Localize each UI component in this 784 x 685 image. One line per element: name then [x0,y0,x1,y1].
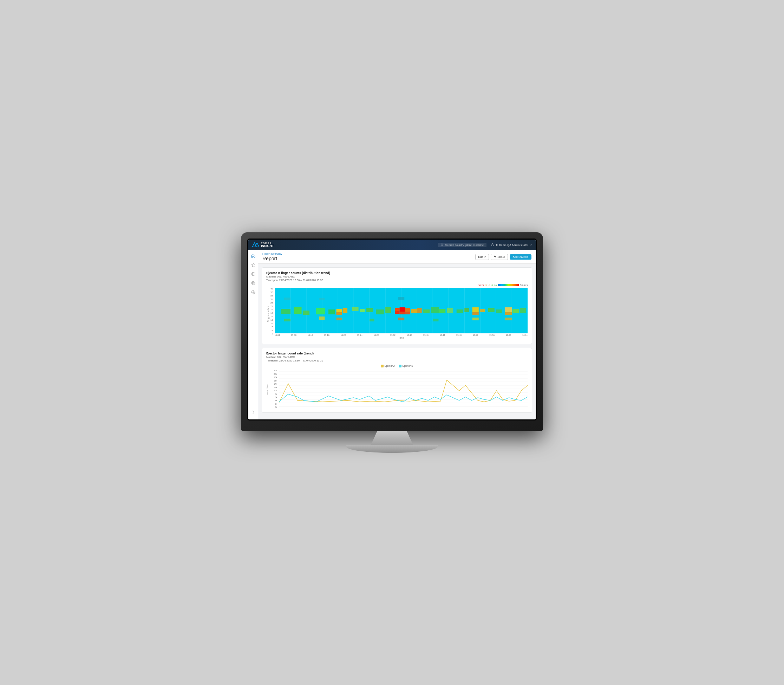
svg-point-4 [441,244,443,245]
app-body: Report Overview Report Edit [248,250,536,419]
line-chart-legend: Ejector A Ejector B [266,364,528,367]
monitor-stand-base [346,445,438,453]
chevron-down-icon [530,244,532,246]
svg-rect-40 [336,309,342,312]
charts-area[interactable]: Ejector B finger counts (distribution tr… [258,264,536,419]
svg-rect-55 [417,308,422,313]
svg-rect-38 [316,308,325,314]
line-chart-card: Ejector finger count rate (trend) Machin… [262,348,532,413]
svg-rect-72 [319,317,325,320]
svg-rect-77 [472,318,479,320]
svg-rect-39 [328,310,335,314]
search-placeholder: Search country, plant, machine [445,243,484,247]
svg-line-5 [443,245,444,246]
svg-rect-63 [472,312,479,315]
svg-rect-67 [505,307,512,312]
user-area: TI Demo QA Administrator [491,243,532,247]
svg-rect-41 [336,312,342,315]
chart1-x-label: Time [275,336,528,339]
tomra-logo-icon [252,242,260,248]
svg-rect-74 [370,319,375,321]
legend-ejector-b: Ejector B [403,364,413,367]
monitor-screen: TOMRA INSIGHT Search country, plant, mac… [248,240,536,419]
svg-rect-71 [284,319,291,321]
svg-rect-45 [366,308,373,312]
svg-rect-42 [342,308,347,313]
svg-rect-49 [395,311,400,314]
svg-rect-73 [336,318,342,320]
chart1-y-axis-label: Finger number [266,288,270,340]
svg-rect-61 [464,308,469,312]
svg-rect-44 [360,309,365,312]
share-button[interactable]: Share [491,254,508,260]
svg-marker-7 [252,263,255,267]
svg-rect-57 [431,307,439,313]
chart1-title: Ejector B finger counts (distribution tr… [266,271,528,275]
line-chart-svg [279,370,528,408]
svg-rect-81 [398,297,404,300]
svg-rect-52 [405,308,410,312]
sidebar-item-globe2[interactable] [250,280,256,286]
chart1-y-ticks: 40 37 34 31 28 25 22 19 [271,288,274,340]
sidebar-expand-icon[interactable] [251,410,255,415]
page-title: Report [262,256,475,261]
page-header: Report Overview Report Edit [258,250,536,264]
page-title-area: Report Overview Report [262,252,475,261]
heatmap-canvas [275,288,528,333]
svg-rect-18 [494,257,496,258]
search-bar[interactable]: Search country, plant, machine [438,243,487,247]
user-label: TI Demo QA Administrator [496,243,528,247]
svg-rect-59 [447,308,453,313]
chart2-subtitle: Machine 002, Plant ABC [266,355,528,359]
chart2-y-ticks: 22k 20k 18k 16k 14k 12k 10k 8k [271,370,278,408]
legend-ejector-b-dot [399,365,401,367]
chart2-timespan: Timespan: 21/04/2020 12:36 – 21/04/2020 … [266,359,528,362]
svg-rect-62 [472,307,479,312]
svg-rect-51 [399,312,405,314]
svg-rect-43 [352,307,358,311]
svg-rect-76 [433,319,438,321]
logo-insight: INSIGHT [261,245,274,248]
chart2-title: Ejector finger count rate (trend) [266,352,528,355]
svg-rect-54 [411,309,417,313]
legend-counts-label: Counts [520,284,528,286]
svg-rect-69 [513,309,519,313]
svg-rect-75 [398,318,404,320]
svg-rect-50 [399,307,405,312]
heatmap-chart-card: Ejector B finger counts (distribution tr… [262,267,532,344]
heatmap-legend-gradient [498,284,519,286]
sidebar-item-home[interactable] [250,253,256,258]
heatmap-main: 15:04 15:08 15:12 15:16 15:20 15:24 15:2… [275,288,528,340]
lock-icon [493,255,496,258]
top-nav: TOMRA INSIGHT Search country, plant, mac… [248,240,536,250]
legend-ejector-a-dot [381,365,383,367]
svg-rect-36 [294,307,302,314]
monitor: TOMRA INSIGHT Search country, plant, mac… [241,232,543,453]
chevron-down-icon [484,256,486,258]
svg-rect-78 [505,318,512,320]
heatmap-legend: 30 25 20 15 10 5.0 Counts [266,284,528,286]
svg-point-11 [252,281,255,285]
monitor-screen-border: TOMRA INSIGHT Search country, plant, mac… [247,239,537,420]
svg-rect-56 [423,310,430,313]
sidebar-item-globe3[interactable] [250,289,256,295]
monitor-stand-neck [371,431,413,445]
edit-button[interactable]: Edit [475,254,489,260]
header-actions: Edit Share Add Statistic [475,254,531,260]
svg-rect-46 [376,310,384,314]
sidebar-item-globe1[interactable] [250,271,256,277]
breadcrumb: Report Overview [262,252,475,255]
monitor-bezel: TOMRA INSIGHT Search country, plant, mac… [241,232,543,431]
line-chart-main [279,370,528,409]
svg-rect-60 [456,310,463,313]
sidebar-item-star[interactable] [250,262,256,268]
svg-rect-47 [385,307,391,313]
search-icon [441,243,444,246]
main-content: Report Overview Report Edit [258,250,536,419]
svg-rect-70 [519,308,526,313]
chart2-y-axis-label: count / hour [266,370,270,409]
svg-rect-53 [405,312,410,314]
svg-rect-80 [319,298,325,300]
svg-rect-37 [303,310,310,315]
add-statistic-button[interactable]: Add Statistic [510,254,531,260]
